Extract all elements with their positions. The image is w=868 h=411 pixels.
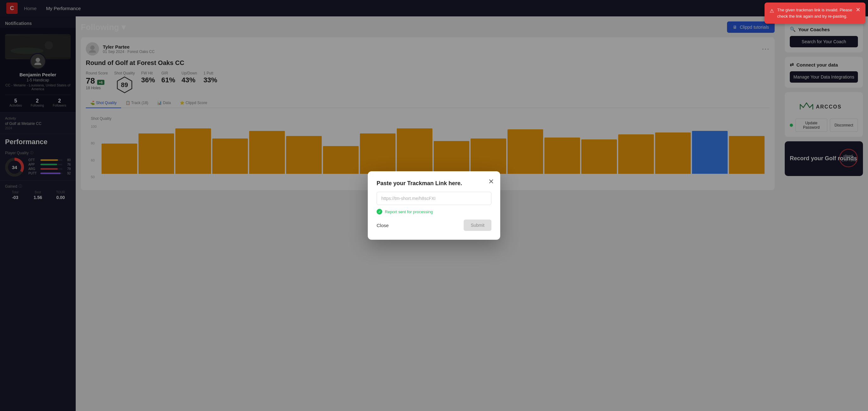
modal-submit-button[interactable]: Submit xyxy=(464,220,491,231)
success-text: Report sent for processing xyxy=(385,210,433,214)
error-toast: ⚠ The given trackman link is invalid. Pl… xyxy=(765,2,866,24)
modal-footer: Close Submit xyxy=(377,220,491,231)
trackman-modal: Paste your Trackman Link here. ✕ ✓ Repor… xyxy=(368,171,500,240)
warning-icon: ⚠ xyxy=(770,7,774,15)
toast-close-button[interactable]: ✕ xyxy=(856,7,861,12)
toast-message: The given trackman link is invalid. Plea… xyxy=(777,7,852,19)
trackman-link-input[interactable] xyxy=(377,192,491,205)
modal-title: Paste your Trackman Link here. xyxy=(377,180,491,187)
success-checkmark-icon: ✓ xyxy=(377,209,382,215)
modal-close-x-button[interactable]: ✕ xyxy=(488,178,494,186)
success-message: ✓ Report sent for processing xyxy=(377,209,491,215)
modal-close-button[interactable]: Close xyxy=(377,223,389,228)
modal-overlay[interactable]: Paste your Trackman Link here. ✕ ✓ Repor… xyxy=(0,0,868,411)
